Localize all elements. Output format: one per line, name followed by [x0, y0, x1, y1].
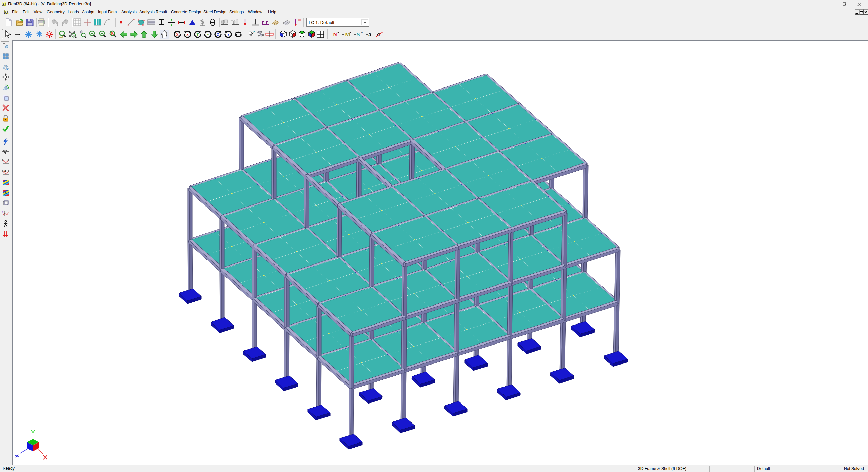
svg-text:a: a: [4, 169, 6, 173]
svg-text:a: a: [337, 30, 339, 34]
svg-text:x: x: [187, 33, 189, 36]
svg-text:t: t: [2, 210, 3, 214]
svg-text:?: ?: [253, 30, 255, 34]
svg-text:a: a: [368, 31, 371, 38]
svg-text:X: X: [176, 33, 179, 36]
svg-text:z: z: [228, 33, 229, 36]
svg-text:Y: Y: [196, 33, 199, 36]
svg-text:a: a: [361, 30, 363, 34]
svg-text:S: S: [357, 31, 360, 38]
svg-text:R: R: [111, 31, 114, 35]
svg-text:y: y: [207, 33, 209, 36]
svg-text:a: a: [349, 30, 351, 34]
svg-text:Z: Z: [217, 33, 219, 36]
svg-text:a: a: [5, 191, 7, 195]
svg-text:N: N: [333, 31, 337, 38]
